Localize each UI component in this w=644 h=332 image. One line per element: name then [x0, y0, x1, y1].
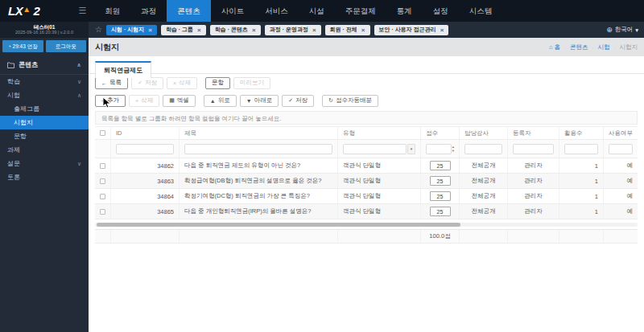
sidebar-item-discussions[interactable]: 토론 — [0, 170, 89, 184]
main-content: 시험지 ⌂ 홈 · 콘텐츠 · 시험 · 시험지 퇴직연금제도 ←목록 ✓저장 … — [89, 38, 644, 332]
close-icon[interactable]: × — [197, 27, 201, 34]
move-up-button[interactable]: ▲위로 — [204, 95, 237, 107]
filter-used-input[interactable] — [609, 144, 633, 154]
auto-score-button[interactable]: ↻점수자동배분 — [322, 95, 378, 107]
column-header-title[interactable]: 제목 — [180, 127, 338, 139]
spin-down-icon[interactable]: ▾ — [452, 149, 454, 153]
table-row[interactable]: 34863 확정급여형(DB형) 퇴직연금의 설명으로 옳은 것은? 객관식 단… — [95, 174, 638, 189]
nav-item-system[interactable]: 시스템 — [459, 0, 503, 22]
close-icon[interactable]: × — [361, 27, 365, 34]
column-header-score[interactable]: 점수 — [421, 127, 460, 139]
column-header-registrant[interactable]: 등록자 — [508, 127, 559, 139]
table-row[interactable]: 34865 다음 중 개인형퇴직연금(IRP)의 올바른 설명은? 객관식 단일… — [95, 204, 638, 219]
column-header-id[interactable]: ID — [111, 127, 180, 139]
add-button[interactable]: +추가 — [95, 95, 126, 107]
filter-usage-input[interactable] — [564, 144, 598, 154]
list-button[interactable]: ←목록 — [95, 77, 128, 89]
delete-button[interactable]: ×삭제 — [167, 77, 197, 89]
nav-item-settings[interactable]: 설정 — [423, 0, 459, 22]
preview-button[interactable]: 미리보기 — [233, 77, 270, 89]
sidebar-item-questions[interactable]: 문항 — [0, 129, 89, 143]
hamburger-menu-icon[interactable]: ☰ — [78, 6, 86, 16]
tab-operating-courses[interactable]: 과정 · 운영과정× — [265, 25, 321, 35]
column-header-instructor[interactable]: 담당강사 — [460, 127, 508, 139]
table-row[interactable]: 34864 확정기여형(DC형) 퇴직연금의 가장 큰 특징은? 객관식 단일형… — [95, 189, 638, 204]
breadcrumb-home[interactable]: ⌂ 홈 — [549, 43, 560, 51]
nav-item-statistics[interactable]: 통계 — [386, 0, 423, 22]
breadcrumb-label: 홈 — [555, 43, 561, 51]
sidebar-section-contents[interactable]: 콘텐츠 ∧ — [0, 55, 89, 75]
breadcrumb-separator: · — [564, 45, 566, 50]
type-dropdown-icon[interactable]: ▾ — [407, 144, 415, 154]
select-all-checkbox[interactable] — [100, 130, 105, 136]
tab-label: 회원 · 전체 — [330, 26, 357, 34]
excel-export-button[interactable]: ▦엑셀 — [163, 95, 196, 107]
column-header-type[interactable]: 유형 — [338, 127, 421, 139]
score-spinner[interactable]: ▴▾ — [452, 144, 454, 154]
filter-score-input[interactable] — [426, 144, 452, 154]
session-meta: 2025-09-16 16:20:39 | v.2.0.0 — [3, 30, 85, 35]
nav-item-facilities[interactable]: 시설 — [299, 0, 335, 22]
filter-instructor-input[interactable] — [464, 144, 502, 154]
nav-item-courses[interactable]: 과정 — [130, 0, 167, 22]
table-row[interactable]: 34862 다음 중 퇴직연금 제도의 유형이 아닌 것은? 객관식 단일형 전… — [95, 158, 638, 174]
nav-item-members[interactable]: 회원 — [94, 0, 130, 22]
sidebar-item-learning[interactable]: 학습∨ — [0, 75, 89, 88]
favorite-star-icon[interactable]: ☆ — [95, 22, 102, 38]
score-input[interactable] — [430, 191, 451, 201]
breadcrumb-exam[interactable]: 시험 — [598, 43, 610, 51]
sidebar-item-question-groups[interactable]: 출제그룹 — [0, 102, 89, 116]
document-tab-pension[interactable]: 퇴직연금제도 — [95, 61, 151, 78]
questions-button[interactable]: 문항 — [205, 77, 230, 89]
scrollbar-thumb[interactable] — [97, 223, 460, 227]
score-input[interactable] — [430, 176, 451, 186]
column-header-usage[interactable]: 활용수 — [559, 127, 604, 139]
column-header-used[interactable]: 사용여부 — [604, 127, 638, 139]
tab-exam-papers[interactable]: 시험 · 시험지× — [106, 25, 157, 35]
group-by-drop-zone[interactable]: 목록을 항목 별로 그룹화 하려면 항목 컬럼을 여기다 끌어 놓으세요. — [95, 111, 638, 125]
filter-title-input[interactable] — [184, 144, 332, 154]
tab-learning-groups[interactable]: 학습 · 그룹× — [161, 25, 206, 35]
filter-id-input[interactable] — [116, 144, 174, 154]
close-icon[interactable]: × — [148, 27, 152, 34]
button-label: 문항 — [212, 79, 224, 87]
tab-security-access[interactable]: 보안 · 사용자 접근관리× — [374, 25, 449, 35]
filter-type-input[interactable] — [343, 144, 407, 154]
row-checkbox[interactable] — [100, 209, 105, 215]
tab-label: 보안 · 사용자 접근관리 — [379, 26, 436, 34]
nav-item-services[interactable]: 서비스 — [254, 0, 299, 22]
score-input[interactable] — [430, 207, 451, 216]
sidebar-item-exam[interactable]: 시험∧ — [0, 88, 89, 102]
nav-item-site[interactable]: 사이트 — [211, 0, 255, 22]
row-checkbox[interactable] — [100, 178, 105, 184]
delete-rows-button[interactable]: +삭제 — [129, 95, 159, 107]
score-input[interactable] — [430, 161, 451, 170]
button-label: 미리보기 — [240, 79, 264, 87]
folder-icon — [7, 62, 14, 68]
save-button[interactable]: ✓저장 — [131, 77, 163, 89]
close-icon[interactable]: × — [312, 27, 316, 34]
tab-learning-contents[interactable]: 학습 · 콘텐츠× — [210, 25, 261, 35]
globe-icon: ⊕ — [606, 26, 613, 34]
logout-button[interactable]: 로그아웃 — [46, 40, 87, 52]
open-tabs-bar: 테스터01 2025-09-16 16:20:39 | v.2.0.0 ☆ 시험… — [0, 22, 644, 38]
language-selector[interactable]: ⊕ 한국어 ▾ — [606, 26, 638, 34]
horizontal-scrollbar[interactable] — [95, 223, 638, 227]
sidebar-item-surveys[interactable]: 설문∨ — [0, 157, 89, 170]
save-order-button[interactable]: ✓저장 — [282, 95, 314, 107]
close-icon[interactable]: × — [440, 27, 444, 34]
filter-registrant-input[interactable] — [513, 144, 554, 154]
top-app-bar: LX▲2 ☰ 회원 과정 콘텐츠 사이트 서비스 시설 주문결제 통계 설정 시… — [0, 0, 644, 22]
nav-item-orders[interactable]: 주문결제 — [335, 0, 386, 22]
extend-session-button[interactable]: ◔ 29:43 연장 — [2, 40, 43, 52]
tab-members-all[interactable]: 회원 · 전체× — [325, 25, 370, 35]
move-down-button[interactable]: ▼아래로 — [240, 95, 279, 107]
sidebar-item-assignments[interactable]: 과제 — [0, 143, 89, 157]
sidebar-item-exam-papers[interactable]: 시험지 — [0, 116, 89, 129]
nav-item-contents[interactable]: 콘텐츠 — [167, 0, 211, 22]
breadcrumb-contents[interactable]: 콘텐츠 — [570, 43, 588, 51]
row-checkbox[interactable] — [100, 194, 105, 199]
close-icon[interactable]: × — [252, 27, 256, 34]
row-checkbox[interactable] — [100, 163, 105, 169]
breadcrumb-separator: · — [614, 45, 616, 50]
